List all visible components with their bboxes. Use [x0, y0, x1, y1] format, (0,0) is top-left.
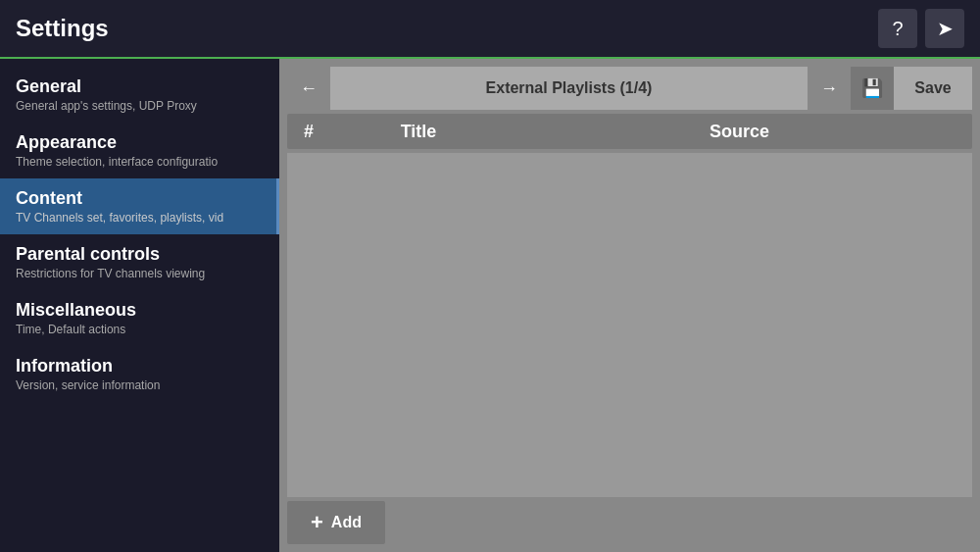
main-layout: General General app's settings, UDP Prox…	[0, 59, 980, 552]
footer-toolbar: + Add	[287, 501, 972, 544]
header: Settings ? ➤	[0, 0, 980, 59]
table-body	[287, 153, 972, 497]
sidebar-parental-title: Parental controls	[16, 244, 264, 265]
sidebar-general-subtitle: General app's settings, UDP Proxy	[16, 99, 264, 113]
sidebar-item-information[interactable]: Information Version, service information	[0, 346, 279, 402]
forward-icon: ➤	[937, 17, 954, 40]
prev-button[interactable]: ←	[287, 67, 330, 110]
sidebar-item-parental[interactable]: Parental controls Restrictions for TV ch…	[0, 234, 279, 290]
next-icon: →	[820, 78, 838, 99]
sidebar-item-appearance[interactable]: Appearance Theme selection, interface co…	[0, 123, 279, 178]
add-icon: +	[311, 510, 323, 535]
content-panel: ← External Playlists (1/4) → 💾 Save # Ti…	[279, 59, 980, 552]
help-icon: ?	[892, 18, 903, 40]
add-button[interactable]: + Add	[287, 501, 385, 544]
sidebar-general-title: General	[16, 76, 264, 97]
col-title: Title	[330, 122, 507, 142]
save-button[interactable]: Save	[894, 67, 972, 110]
app-title: Settings	[16, 15, 109, 42]
sidebar-parental-subtitle: Restrictions for TV channels viewing	[16, 267, 264, 280]
col-source: Source	[507, 122, 972, 142]
save-icon-button[interactable]: 💾	[851, 67, 894, 110]
sidebar-item-content[interactable]: Content TV Channels set, favorites, play…	[0, 178, 279, 234]
sidebar-appearance-title: Appearance	[16, 132, 264, 153]
playlist-toolbar: ← External Playlists (1/4) → 💾 Save	[287, 67, 972, 110]
sidebar-content-subtitle: TV Channels set, favorites, playlists, v…	[16, 211, 261, 225]
sidebar-info-title: Information	[16, 356, 264, 376]
playlist-title: External Playlists (1/4)	[330, 79, 808, 97]
table-header: # Title Source	[287, 114, 972, 149]
sidebar: General General app's settings, UDP Prox…	[0, 59, 279, 552]
forward-button[interactable]: ➤	[925, 9, 964, 48]
next-button[interactable]: →	[808, 67, 851, 110]
sidebar-info-subtitle: Version, service information	[16, 378, 264, 392]
sidebar-appearance-subtitle: Theme selection, interface configuratio	[16, 155, 264, 169]
save-disk-icon: 💾	[861, 77, 883, 99]
sidebar-content-title: Content	[16, 188, 261, 209]
header-actions: ? ➤	[878, 9, 964, 48]
sidebar-misc-subtitle: Time, Default actions	[16, 323, 264, 336]
col-hash: #	[287, 122, 330, 142]
help-button[interactable]: ?	[878, 9, 917, 48]
add-label: Add	[331, 514, 362, 531]
sidebar-item-general[interactable]: General General app's settings, UDP Prox…	[0, 67, 279, 123]
sidebar-item-miscellaneous[interactable]: Miscellaneous Time, Default actions	[0, 290, 279, 346]
prev-icon: ←	[300, 78, 318, 99]
sidebar-misc-title: Miscellaneous	[16, 300, 264, 321]
